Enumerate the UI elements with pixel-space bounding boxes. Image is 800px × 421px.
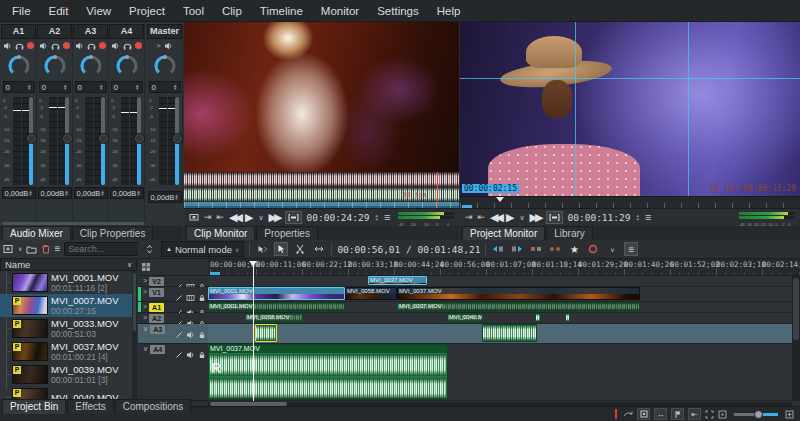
solo-icon[interactable] [87, 42, 96, 50]
fast-forward-icon[interactable]: ▶▶ [530, 212, 541, 223]
rewind-icon[interactable]: ◀◀ [229, 212, 240, 223]
timeline-playhead[interactable] [253, 261, 254, 401]
spin-arrows[interactable]: ▲▼ [136, 190, 140, 196]
lift-zone-icon[interactable] [548, 242, 562, 256]
monitor-menu-icon[interactable]: ≡ [645, 212, 651, 223]
solo-icon[interactable] [123, 42, 132, 50]
track-name-badge[interactable]: A1 [149, 303, 164, 312]
add-clip-dropdown-icon[interactable]: ∨ [18, 246, 22, 252]
balance-spinbox[interactable]: 0▲▼ [39, 81, 71, 93]
track-lock-icon[interactable] [198, 345, 206, 363]
volume-slider-handle[interactable] [172, 133, 183, 144]
project-monitor-video[interactable]: 00:00:02:15 30 fps 00:00:11;29 [460, 22, 800, 196]
menu-monitor[interactable]: Monitor [313, 3, 367, 19]
track-header-a4[interactable]: ∨A4 [138, 344, 208, 401]
track-name-badge[interactable]: A4 [150, 345, 165, 354]
timeline-clip-mvi-0037-mov[interactable]: MVI_0037.MOV [368, 276, 427, 285]
timeline-track-a1[interactable]: MVI_0001.MOVMVI_0037.MOV [208, 302, 792, 313]
menu-view[interactable]: View [78, 3, 119, 19]
bin-item-mvi-0040-mov[interactable]: PMVI_0040.MOV [0, 386, 137, 399]
extract-zone-icon[interactable] [529, 242, 543, 256]
solo-icon[interactable] [51, 42, 60, 50]
flag-mode-icon[interactable] [671, 408, 684, 420]
balance-spinbox[interactable]: 0▲▼ [75, 81, 107, 93]
zone-out-icon[interactable]: ⇤ [478, 213, 486, 222]
bin-column-header[interactable]: Name ∨ [0, 258, 137, 271]
timeline-clip-mvi-0040-mov[interactable]: MVI_0040.MOV [447, 313, 483, 322]
bin-item-mvi-0001-mov[interactable]: MVI_0001.MOV00:01:11:16 [2] [0, 271, 137, 294]
record-icon[interactable] [27, 42, 34, 49]
menu-tool[interactable]: Tool [175, 3, 212, 19]
spin-arrows[interactable]: ▲▼ [135, 84, 139, 90]
track-header-v2[interactable]: >V2 [138, 276, 208, 287]
timeline-ruler[interactable]: 00:00:00;0000:00:11;0600:00:22;1200:00:3… [208, 259, 800, 276]
track-header-a3[interactable]: ∨A3 [138, 324, 208, 344]
use-timeline-zone-icon[interactable] [623, 410, 633, 419]
balance-knob[interactable] [152, 53, 178, 80]
spin-arrows[interactable]: ▲▼ [100, 190, 104, 196]
bin-item-mvi-0039-mov[interactable]: PMVI_0039.MOV00:00:01:01 [3] [0, 363, 137, 386]
channel-label[interactable]: Master [147, 24, 182, 39]
zone-in-icon[interactable]: ⇥ [204, 213, 212, 222]
track-header-v1[interactable]: >V1 [138, 287, 208, 302]
timecode-spinner[interactable]: ▲▼ [374, 214, 378, 220]
menu-settings[interactable]: Settings [369, 3, 427, 19]
zoom-project-icon[interactable] [718, 410, 727, 419]
channel-label[interactable]: A2 [37, 24, 72, 39]
zoom-slider-handle[interactable] [754, 410, 763, 419]
play-dropdown-icon[interactable]: ∨ [258, 214, 263, 221]
record-icon[interactable] [135, 42, 142, 49]
play-dropdown-icon[interactable]: ∨ [519, 214, 524, 221]
add-clip-icon[interactable] [3, 244, 14, 254]
track-name-badge[interactable]: V1 [149, 288, 164, 297]
multi-select-tool-icon[interactable] [255, 242, 269, 256]
track-name-badge[interactable]: V2 [149, 277, 164, 286]
track-height-icon[interactable] [142, 242, 156, 256]
volume-slider-handle[interactable] [62, 133, 73, 144]
insert-zone-icon[interactable] [510, 242, 524, 256]
chevron-right-icon[interactable]: > [143, 277, 147, 284]
projmon-tab-library[interactable]: Library [546, 226, 593, 240]
mixer-scrollbar[interactable] [2, 222, 144, 225]
timeline-clip-a3-1[interactable] [482, 324, 537, 342]
clip-monitor-video[interactable] [184, 22, 459, 172]
gain-db-spinbox[interactable]: 0,00dB▲▼ [38, 187, 72, 199]
timeline-master-button[interactable] [138, 259, 208, 276]
track-name-badge[interactable]: A3 [150, 325, 165, 334]
play-icon[interactable]: ▶ [245, 212, 253, 223]
record-dropdown-icon[interactable]: ∨ [605, 242, 619, 256]
track-header-a1[interactable]: >A1 [138, 302, 208, 313]
chevron-right-icon[interactable]: > [143, 303, 147, 310]
spin-arrows[interactable]: ▲▼ [174, 194, 178, 200]
mute-icon[interactable] [39, 42, 48, 50]
balance-spinbox[interactable]: 0▲▼ [111, 81, 143, 93]
solo-icon[interactable] [15, 42, 24, 50]
play-icon[interactable]: ▶ [506, 212, 514, 223]
record-audio-icon[interactable] [586, 242, 600, 256]
zoom-fit-icon[interactable] [705, 410, 714, 419]
fast-forward-icon[interactable]: ▶▶ [269, 212, 280, 223]
timeline-clip-mvi-0037-mov[interactable]: MVI_0037.MOV [397, 287, 640, 300]
projmon-tab-project-monitor[interactable]: Project Monitor [462, 226, 545, 240]
channel-label[interactable]: A1 [1, 24, 36, 39]
clipmon-tab-properties[interactable]: Properties [256, 226, 318, 240]
clip-monitor-playhead[interactable] [437, 172, 438, 208]
balance-knob[interactable] [6, 53, 32, 80]
timeline-clip-mvi-0001-mov[interactable]: MVI_0001.MOV [208, 302, 345, 311]
timeline-clip-mvi-0058-mov[interactable]: MVI_0058.MOV [345, 287, 397, 300]
clip-monitor-timecode[interactable]: 00:00:24:29 [307, 212, 370, 223]
volume-slider[interactable] [137, 97, 141, 185]
volume-slider[interactable] [101, 97, 105, 185]
monitor-switch-icon[interactable] [189, 213, 199, 222]
channel-label[interactable]: A3 [73, 24, 108, 39]
monitor-menu-icon[interactable]: ≡ [384, 212, 390, 223]
track-effects-icon[interactable] [175, 325, 183, 343]
volume-slider[interactable] [29, 97, 33, 185]
spin-arrows[interactable]: ▲▼ [63, 84, 67, 90]
snap-toggle-icon[interactable]: ⇤ [688, 408, 701, 420]
timeline-track-a4[interactable]: MVI_0037.MOVR [208, 344, 792, 401]
balance-knob[interactable] [78, 53, 104, 80]
gain-db-spinbox[interactable]: 0,00dB▲▼ [74, 187, 108, 199]
volume-slider[interactable] [175, 97, 179, 185]
mixer-toggle-icon[interactable]: ≡ [624, 242, 638, 256]
